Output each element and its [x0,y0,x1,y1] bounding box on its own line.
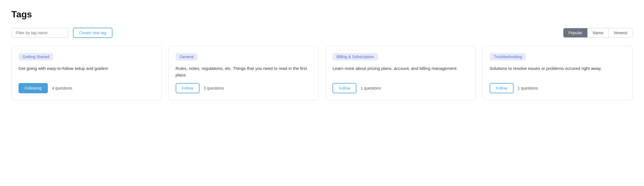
questions-count: 1 questions [518,86,538,90]
sort-buttons: Popular Name Newest [563,28,633,38]
tag-badge: Troubleshooting [490,53,526,60]
tag-description: Solutions to resolve issues or problems … [490,65,626,78]
tag-badge: Billing & Subscription [333,53,378,60]
tag-description: Get going with easy-to-follow setup and … [19,65,155,78]
cards-grid: Getting StartedGet going with easy-to-fo… [11,46,633,100]
page-title: Tags [11,9,633,20]
tag-description: Rules, notes, regulations, etc. Things t… [176,65,312,78]
questions-count: 3 questions [204,86,224,90]
follow-button[interactable]: Follow [333,83,356,93]
filter-input[interactable] [11,28,68,38]
tag-description: Learn more about pricing plans, account,… [333,65,469,78]
sort-popular-button[interactable]: Popular [563,28,588,37]
questions-count: 4 questions [52,86,72,90]
questions-count: 1 questions [360,86,381,90]
toolbar-left: Create new tag [11,28,112,38]
card-footer: Follow3 questions [176,83,312,93]
toolbar: Create new tag Popular Name Newest [11,28,633,38]
sort-newest-button[interactable]: Newest [609,28,632,37]
tag-card: GeneralRules, notes, regulations, etc. T… [169,46,319,100]
card-footer: Follow1 questions [333,83,469,93]
tag-card: Billing & SubscriptionLearn more about p… [325,46,476,100]
tag-card: TroubleshootingSolutions to resolve issu… [483,46,633,100]
card-footer: Follow1 questions [490,83,626,93]
tag-card: Getting StartedGet going with easy-to-fo… [11,46,162,100]
create-tag-button[interactable]: Create new tag [73,28,112,38]
tag-badge: General [176,53,198,60]
follow-button[interactable]: Follow [490,83,514,93]
following-button[interactable]: Following [19,83,48,93]
card-footer: Following4 questions [19,83,155,93]
tag-badge: Getting Started [19,53,53,60]
follow-button[interactable]: Follow [176,83,200,93]
sort-name-button[interactable]: Name [588,28,609,37]
